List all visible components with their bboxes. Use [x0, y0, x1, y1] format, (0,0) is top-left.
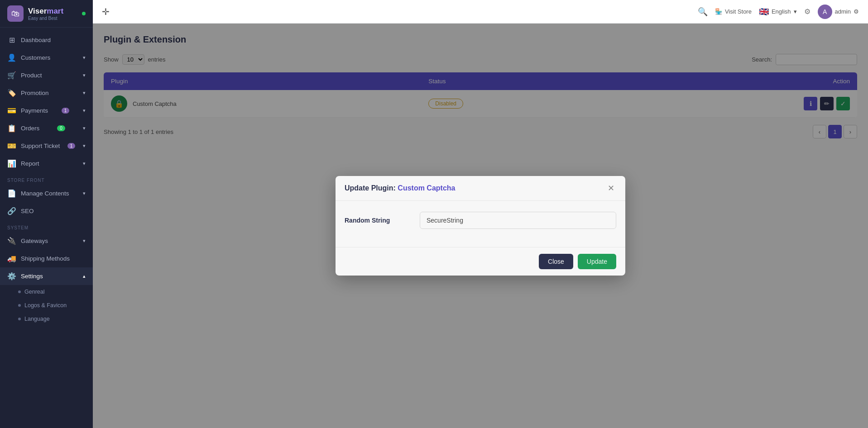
sidebar-label-gateways: Gateways	[21, 238, 48, 244]
visit-store-link[interactable]: 🏪 Visit Store	[715, 8, 752, 15]
sidebar-subitem-logos[interactable]: Logos & Favicon	[0, 299, 93, 312]
report-icon: 📊	[7, 159, 16, 168]
customers-icon: 👤	[7, 53, 16, 62]
logo-tagline: Easy and Best	[28, 16, 63, 21]
sidebar-label-orders: Orders	[21, 125, 39, 132]
sidebar-label-product: Product	[21, 72, 42, 79]
product-icon: 🛒	[7, 71, 16, 80]
page-content: Plugin & Extension Show 10 25 50 entries…	[93, 24, 868, 428]
payments-icon: 💳	[7, 106, 16, 115]
admin-menu[interactable]: A admin ⚙	[818, 5, 859, 19]
sidebar-item-seo[interactable]: 🔗 SEO	[0, 202, 93, 220]
gateways-arrow: ▾	[83, 238, 86, 244]
store-front-section-label: STORE FRONT	[0, 172, 93, 185]
sidebar-item-manage-contents[interactable]: 📄 Manage Contents ▾	[0, 185, 93, 202]
sidebar-label-settings: Settings	[21, 273, 43, 280]
modal-title-highlight: Custom Captcha	[398, 184, 455, 192]
sidebar-label-support: Support Ticket	[21, 143, 60, 149]
flag-icon: 🇬🇧	[759, 7, 769, 17]
active-indicator	[82, 12, 86, 15]
avatar: A	[818, 5, 832, 19]
support-badge: 1	[67, 143, 76, 149]
promotion-icon: 🏷️	[7, 89, 16, 97]
logo-icon: 🛍	[7, 5, 24, 22]
sidebar-item-settings[interactable]: ⚙️ Settings ▴	[0, 267, 93, 285]
sidebar-nav: ⊞ Dashboard 👤 Customers ▾ 🛒 Product ▾ 🏷️…	[0, 28, 93, 428]
modal-overlay[interactable]: Update Plugin: Custom Captcha ✕ Random S…	[93, 24, 868, 428]
payments-arrow: ▾	[83, 108, 86, 114]
sidebar-label-manage-contents: Manage Contents	[21, 190, 69, 197]
sidebar-item-promotion[interactable]: 🏷️ Promotion ▾	[0, 84, 93, 102]
update-button[interactable]: Update	[578, 254, 616, 269]
topbar: ✛ 🔍 🏪 Visit Store 🇬🇧 English ▾ ⚙ A admin…	[93, 0, 868, 24]
sidebar-label-report: Report	[21, 160, 39, 167]
random-string-row: Random String	[345, 212, 616, 229]
orders-arrow: ▾	[83, 125, 86, 131]
support-ticket-icon: 🎫	[7, 142, 16, 150]
orders-badge: 0	[57, 125, 65, 131]
logo-name-part1: Viser	[28, 7, 47, 15]
sidebar-subitem-general[interactable]: Genreal	[0, 285, 93, 299]
logo-text: Visermart	[28, 7, 63, 16]
manage-contents-arrow: ▾	[83, 190, 86, 196]
sidebar-item-payments[interactable]: 💳 Payments 1 ▾	[0, 102, 93, 119]
sidebar-label-promotion: Promotion	[21, 90, 49, 96]
sidebar-label-general: Genreal	[24, 289, 44, 295]
logo-name-part2: mart	[47, 7, 63, 15]
shipping-icon: 🚚	[7, 254, 16, 263]
sidebar-item-customers[interactable]: 👤 Customers ▾	[0, 49, 93, 67]
customers-arrow: ▾	[83, 55, 86, 61]
sidebar-label-language: Language	[24, 316, 50, 322]
language-selector[interactable]: 🇬🇧 English ▾	[759, 7, 797, 17]
modal-footer: Close Update	[336, 247, 625, 276]
sidebar-label-shipping: Shipping Methods	[21, 255, 70, 262]
promotion-arrow: ▾	[83, 90, 86, 96]
random-string-label: Random String	[345, 217, 412, 224]
sidebar-logo: 🛍 Visermart Easy and Best	[0, 0, 93, 28]
system-section-label: SYSTEM	[0, 220, 93, 232]
admin-label: admin	[835, 8, 851, 15]
support-arrow: ▾	[83, 143, 86, 149]
language-label: English	[772, 8, 791, 15]
random-string-input[interactable]	[420, 212, 616, 229]
sidebar-item-support-ticket[interactable]: 🎫 Support Ticket 1 ▾	[0, 137, 93, 155]
language-dot	[18, 318, 21, 320]
general-dot	[18, 290, 21, 293]
modal-close-x-button[interactable]: ✕	[606, 183, 616, 193]
orders-icon: 📋	[7, 124, 16, 133]
modal-title-prefix: Update Plugin:	[345, 184, 396, 192]
sidebar-item-shipping-methods[interactable]: 🚚 Shipping Methods	[0, 250, 93, 267]
sidebar-label-customers: Customers	[21, 54, 50, 61]
toggle-sidebar-button[interactable]: ✛	[102, 6, 110, 17]
update-plugin-modal: Update Plugin: Custom Captcha ✕ Random S…	[336, 176, 625, 276]
product-arrow: ▾	[83, 72, 86, 78]
settings-icon: ⚙️	[7, 272, 16, 281]
sidebar-item-report[interactable]: 📊 Report ▾	[0, 155, 93, 172]
main-content: ✛ 🔍 🏪 Visit Store 🇬🇧 English ▾ ⚙ A admin…	[93, 0, 868, 428]
visit-store-label: Visit Store	[725, 8, 752, 15]
settings-gear-icon[interactable]: ⚙	[804, 7, 810, 16]
sidebar-label-logos: Logos & Favicon	[24, 302, 67, 309]
gateways-icon: 🔌	[7, 237, 16, 245]
close-button[interactable]: Close	[539, 254, 573, 269]
modal-header: Update Plugin: Custom Captcha ✕	[336, 176, 625, 201]
payments-badge: 1	[62, 108, 70, 114]
sidebar: 🛍 Visermart Easy and Best ⊞ Dashboard 👤 …	[0, 0, 93, 428]
sidebar-subitem-language[interactable]: Language	[0, 312, 93, 326]
visit-store-icon: 🏪	[715, 8, 722, 15]
logos-dot	[18, 304, 21, 307]
search-icon[interactable]: 🔍	[698, 7, 708, 17]
sidebar-item-orders[interactable]: 📋 Orders 0 ▾	[0, 119, 93, 137]
sidebar-item-product[interactable]: 🛒 Product ▾	[0, 67, 93, 84]
manage-contents-icon: 📄	[7, 189, 16, 198]
sidebar-item-gateways[interactable]: 🔌 Gateways ▾	[0, 232, 93, 250]
sidebar-label-payments: Payments	[21, 107, 48, 114]
settings-arrow: ▴	[83, 273, 86, 279]
sidebar-label-seo: SEO	[21, 208, 34, 214]
admin-dropdown-icon: ⚙	[854, 8, 859, 15]
modal-body: Random String	[336, 201, 625, 247]
sidebar-label-dashboard: Dashboard	[21, 37, 51, 43]
sidebar-item-dashboard[interactable]: ⊞ Dashboard	[0, 31, 93, 49]
report-arrow: ▾	[83, 161, 86, 166]
language-dropdown-icon: ▾	[794, 8, 797, 15]
